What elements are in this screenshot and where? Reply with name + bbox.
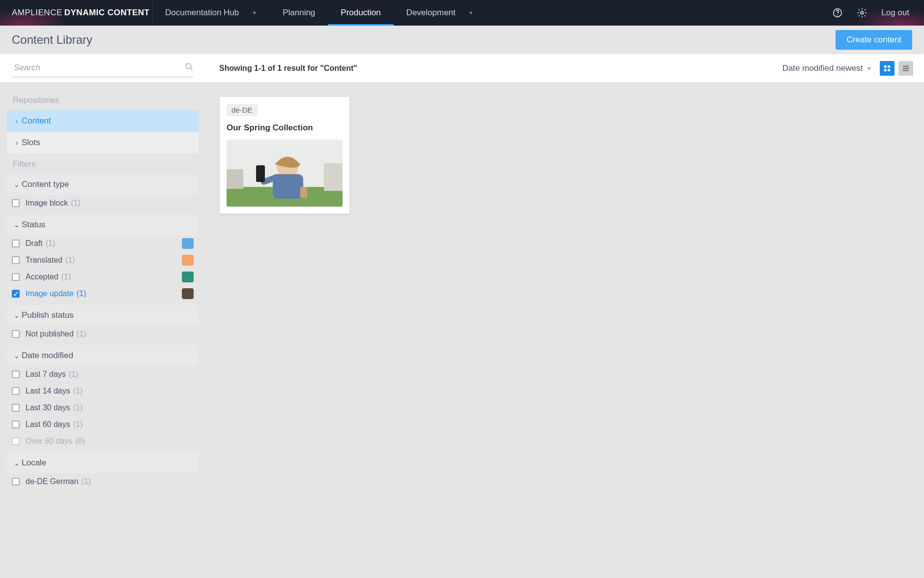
filter-count: (1) — [82, 477, 91, 486]
svg-line-4 — [190, 68, 193, 70]
filter-count: (1) — [71, 199, 81, 208]
chevron-down-icon: ⌄ — [12, 352, 22, 360]
filter-label: de-DE German — [26, 477, 79, 486]
repositories-label: Repositories — [7, 90, 199, 110]
group-label: Status — [22, 220, 45, 230]
checkbox-icon — [12, 437, 20, 445]
svg-point-2 — [861, 11, 864, 14]
checkbox-icon — [12, 240, 20, 247]
svg-point-3 — [186, 63, 191, 69]
nav-planning[interactable]: Planning — [270, 0, 328, 26]
filter-label: Last 60 days — [26, 420, 70, 429]
content-card[interactable]: de-DE Our Spring Collection — [219, 96, 350, 214]
filter-label: Last 7 days — [26, 370, 66, 379]
logout-link[interactable]: Log out — [881, 8, 909, 18]
checkbox-icon — [12, 256, 20, 264]
group-label: Content type — [22, 180, 69, 189]
filter-accepted[interactable]: Accepted (1) — [7, 269, 199, 285]
filter-image-block[interactable]: Image block (1) — [7, 195, 199, 212]
group-status[interactable]: ⌄ Status — [7, 214, 199, 235]
caret-down-icon: ▼ — [866, 65, 872, 71]
nav-production[interactable]: Production — [328, 0, 393, 26]
group-publish-status[interactable]: ⌄ Publish status — [7, 305, 199, 326]
nav-label: Production — [341, 8, 380, 18]
subheader: Content Library Create content — [0, 26, 924, 54]
nav-label: Development — [406, 8, 456, 18]
group-date-modified[interactable]: ⌄ Date modified — [7, 345, 199, 366]
filter-last-60-days[interactable]: Last 60 days (1) — [7, 416, 199, 433]
page-title: Content Library — [12, 33, 92, 47]
checkbox-icon — [12, 199, 20, 207]
svg-rect-11 — [903, 70, 909, 71]
locale-badge: de-DE — [227, 104, 258, 116]
filters-label: Filters — [7, 153, 199, 174]
status-swatch — [182, 272, 194, 282]
sort-dropdown[interactable]: Date modified newest ▼ — [782, 63, 872, 73]
filter-de-de-german[interactable]: de-DE German (1) — [7, 473, 199, 490]
filter-label: Over 60 days — [26, 437, 72, 446]
filter-label: Last 30 days — [26, 403, 70, 412]
chevron-right-icon: › — [12, 139, 22, 147]
sort-label: Date modified newest — [782, 63, 863, 73]
chevron-down-icon: ⌄ — [12, 311, 22, 319]
search-icon[interactable] — [185, 62, 194, 73]
group-label: Date modified — [22, 351, 73, 361]
status-swatch — [182, 255, 194, 266]
filter-label: Accepted — [26, 273, 58, 281]
filter-count: (1) — [73, 387, 83, 395]
group-content-type[interactable]: ⌄ Content type — [7, 174, 199, 195]
filter-image-update[interactable]: ✓ Image update (1) — [7, 285, 199, 302]
filter-count: (1) — [65, 256, 75, 265]
checkbox-icon — [12, 404, 20, 412]
toolbar: Showing 1-1 of 1 result for "Content" Da… — [0, 54, 924, 83]
toolbar-right: Date modified newest ▼ — [782, 61, 924, 76]
gear-icon[interactable] — [857, 7, 867, 18]
filter-label: Not published — [26, 330, 74, 338]
grid-view-button[interactable] — [880, 61, 895, 76]
topbar-right: Log out — [832, 7, 924, 18]
brand: AMPLIENCE DYNAMIC CONTENT — [0, 0, 152, 26]
group-locale[interactable]: ⌄ Locale — [7, 453, 199, 473]
filter-count: (1) — [61, 273, 71, 281]
topbar: AMPLIENCE DYNAMIC CONTENT Documentation … — [0, 0, 924, 26]
nav-label: Planning — [283, 8, 315, 18]
filter-count: (1) — [73, 420, 83, 429]
repo-content[interactable]: › Content — [7, 110, 199, 132]
chevron-down-icon: ⌄ — [12, 221, 22, 229]
group-label: Locale — [22, 458, 46, 468]
filter-count: (1) — [73, 403, 83, 412]
help-icon[interactable] — [832, 7, 843, 18]
filter-last-14-days[interactable]: Last 14 days (1) — [7, 383, 199, 399]
chevron-down-icon: ⌄ — [12, 181, 22, 188]
filter-count: (1) — [77, 289, 87, 298]
nav-label: Documentation Hub — [165, 8, 239, 18]
nav-documentation-hub[interactable]: Documentation Hub ▼ — [152, 0, 270, 26]
filter-last-7-days[interactable]: Last 7 days (1) — [7, 366, 199, 383]
search-input[interactable] — [12, 59, 185, 77]
list-view-button[interactable] — [898, 61, 913, 76]
caret-down-icon: ▼ — [252, 10, 257, 16]
filter-not-published[interactable]: Not published (1) — [7, 326, 199, 342]
caret-down-icon: ▼ — [468, 10, 474, 16]
checkbox-icon — [12, 478, 20, 486]
create-content-button[interactable]: Create content — [836, 30, 912, 50]
repo-label: Content — [22, 116, 51, 126]
checkbox-icon — [12, 273, 20, 281]
sidebar: Repositories › Content › Slots Filters ⌄… — [0, 83, 205, 578]
checkbox-icon: ✓ — [12, 290, 20, 298]
checkbox-icon — [12, 330, 20, 338]
chevron-right-icon: › — [12, 117, 22, 125]
filter-draft[interactable]: Draft (1) — [7, 235, 199, 252]
filter-translated[interactable]: Translated (1) — [7, 252, 199, 269]
filter-last-30-days[interactable]: Last 30 days (1) — [7, 399, 199, 416]
status-swatch — [182, 238, 194, 249]
nav-development[interactable]: Development ▼ — [394, 0, 487, 26]
svg-rect-15 — [324, 163, 343, 191]
svg-rect-8 — [888, 69, 890, 71]
repo-slots[interactable]: › Slots — [7, 132, 199, 153]
svg-rect-19 — [256, 165, 265, 182]
filter-label: Image block — [26, 199, 68, 208]
svg-rect-14 — [227, 169, 243, 189]
search-box — [12, 59, 194, 77]
filter-count: (1) — [69, 370, 79, 379]
